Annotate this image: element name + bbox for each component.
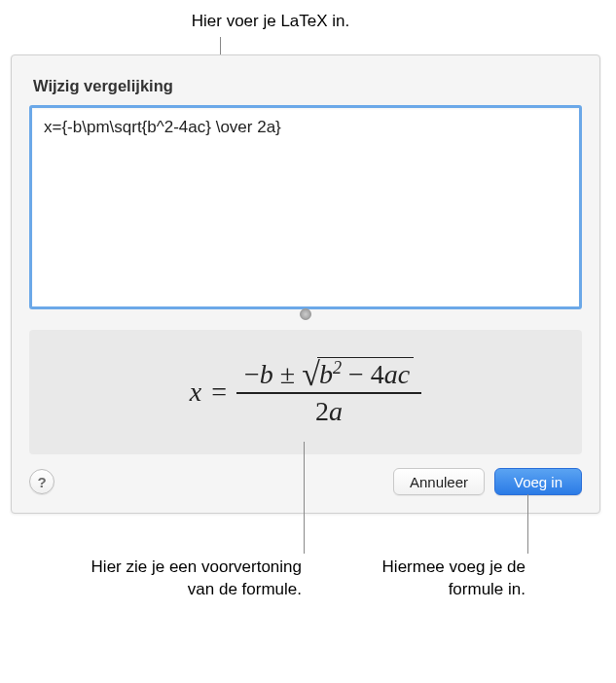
callout-preview: Hier zie je een voorvertoning van de for… bbox=[68, 557, 302, 601]
equals-sign: = bbox=[211, 377, 227, 408]
fraction: −b ± √ b2 − 4ac 2a bbox=[236, 355, 421, 429]
callout-line bbox=[527, 494, 528, 554]
callout-line bbox=[304, 442, 305, 554]
radicand: b2 − 4ac bbox=[317, 357, 414, 390]
latex-input[interactable]: x={-b\pm\sqrt{b^2-4ac} \over 2a} bbox=[29, 105, 582, 309]
denominator: 2a bbox=[308, 394, 350, 429]
insert-button[interactable]: Voeg in bbox=[494, 468, 582, 495]
equation-editor-panel: Wijzig vergelijking x={-b\pm\sqrt{b^2-4a… bbox=[11, 54, 600, 514]
preview-lhs: x bbox=[190, 377, 201, 408]
panel-title: Wijzig vergelijking bbox=[12, 55, 599, 105]
radical-icon: √ bbox=[302, 361, 320, 387]
callout-latex-input: Hier voer je LaTeX in. bbox=[125, 12, 417, 31]
help-button[interactable]: ? bbox=[29, 469, 54, 494]
sqrt: √ b2 − 4ac bbox=[302, 357, 414, 390]
rendered-equation: x = −b ± √ b2 − 4ac bbox=[190, 355, 421, 429]
equation-preview: x = −b ± √ b2 − 4ac bbox=[29, 330, 582, 454]
cancel-button[interactable]: Annuleer bbox=[393, 468, 485, 495]
callout-insert: Hiermee voeg je de formule in. bbox=[341, 557, 525, 601]
panel-footer: ? Annuleer Voeg in bbox=[12, 454, 599, 513]
resize-handle[interactable] bbox=[300, 308, 311, 320]
numerator: −b ± √ b2 − 4ac bbox=[236, 355, 421, 392]
